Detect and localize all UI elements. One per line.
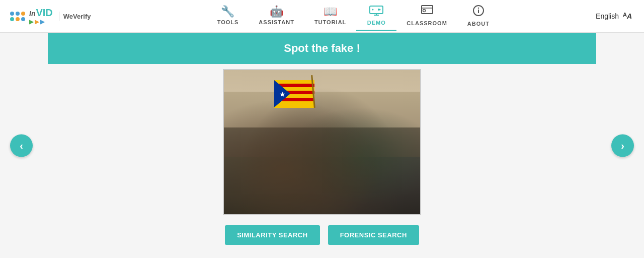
tutorial-label: TUTORIAL [314, 19, 346, 25]
svg-point-9 [423, 9, 425, 12]
arrow-green-icon: ▶ [29, 19, 34, 25]
forensic-search-button[interactable]: FORENSIC SEARCH [328, 225, 419, 245]
brand-text: In VID ▶ ▶ ▶ [29, 8, 53, 25]
assistant-label: ASSISTANT [259, 19, 294, 25]
nav-tools[interactable]: 🔧 TOOLS [207, 2, 249, 31]
brand-vid: VID [36, 8, 52, 18]
language-label: English [596, 12, 619, 20]
language-switcher[interactable]: English A A [596, 9, 634, 24]
svg-text:A: A [626, 12, 632, 20]
nav-about[interactable]: ABOUT [457, 1, 500, 32]
brand-dots [10, 12, 25, 21]
tools-label: TOOLS [217, 19, 239, 25]
similarity-search-button[interactable]: SIMILARITY SEARCH [225, 225, 319, 245]
brand-arrows: ▶ ▶ ▶ [29, 19, 53, 25]
brand-logo[interactable]: In VID ▶ ▶ ▶ WeVerify [10, 8, 91, 25]
next-arrow-button[interactable]: › [611, 134, 634, 157]
demo-icon [369, 6, 383, 18]
tools-icon: 🔧 [221, 6, 235, 17]
dot-blue-2 [16, 12, 20, 16]
crowd-overlay [224, 70, 420, 214]
assistant-icon: 🤖 [270, 6, 284, 17]
dot-orange-2 [16, 17, 20, 21]
flag-star-icon: ★ [279, 90, 286, 98]
banner: Spot the fake ! [48, 33, 596, 64]
brand-in: In [29, 10, 35, 17]
banner-title: Spot the fake ! [284, 42, 360, 54]
arrow-teal-icon: ▶ [40, 19, 45, 25]
catalan-flag: ★ [274, 80, 314, 108]
tutorial-icon: 📖 [324, 6, 338, 17]
action-buttons: SIMILARITY SEARCH FORENSIC SEARCH [225, 225, 419, 245]
image-container: ★ [223, 69, 421, 215]
svg-text:A: A [623, 12, 627, 18]
weverify-label: WeVerify [63, 13, 91, 20]
nav-classroom[interactable]: CLASSROOM [396, 1, 457, 32]
translate-icon: A A [622, 9, 634, 24]
nav-demo[interactable]: DEMO [356, 2, 396, 31]
about-icon [472, 5, 485, 19]
nav-assistant[interactable]: 🤖 ASSISTANT [249, 2, 304, 31]
demo-label: DEMO [367, 20, 386, 26]
svg-rect-0 [370, 6, 383, 14]
dot-blue-1 [10, 12, 14, 16]
dot-blue-3 [21, 17, 25, 21]
arrow-orange-icon: ▶ [35, 19, 39, 25]
spot-the-fake-image: ★ [223, 69, 421, 215]
svg-point-13 [478, 7, 479, 8]
dot-orange-1 [21, 12, 25, 16]
classroom-label: CLASSROOM [407, 20, 447, 26]
navbar: In VID ▶ ▶ ▶ WeVerify 🔧 TOOLS 🤖 ASSISTAN… [0, 0, 644, 33]
prev-arrow-button[interactable]: ‹ [10, 134, 33, 157]
chevron-right-icon: › [621, 140, 624, 151]
nav-tutorial[interactable]: 📖 TUTORIAL [304, 2, 356, 31]
dot-teal-1 [10, 17, 14, 21]
about-label: ABOUT [467, 21, 490, 27]
classroom-icon [420, 5, 434, 18]
chevron-left-icon: ‹ [20, 140, 23, 151]
nav-items: 🔧 TOOLS 🤖 ASSISTANT 📖 TUTORIAL [111, 1, 596, 32]
svg-point-3 [372, 9, 374, 10]
main-content: Spot the fake ! ‹ ★ [0, 33, 644, 258]
